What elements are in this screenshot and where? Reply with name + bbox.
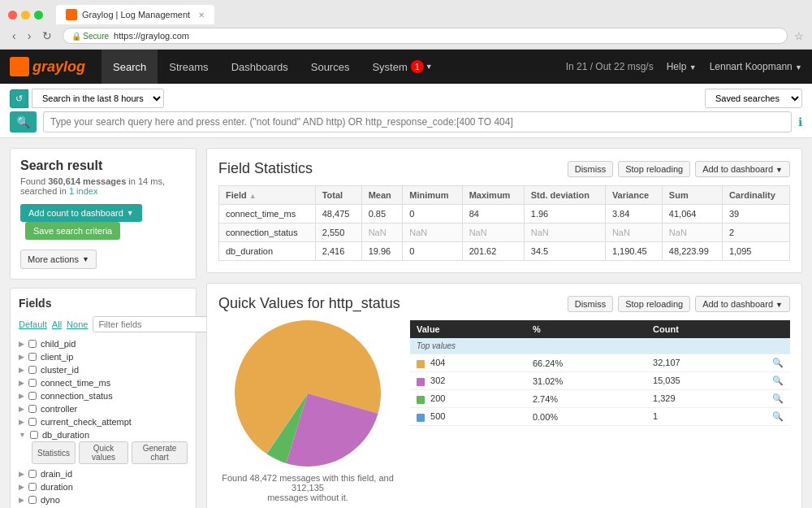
expand-icon[interactable]: ▶ <box>19 496 24 504</box>
field-checkbox[interactable] <box>28 366 37 374</box>
back-button[interactable]: ‹ <box>8 28 20 44</box>
system-badge: 1 <box>411 60 424 73</box>
fields-tab-none[interactable]: None <box>67 319 88 329</box>
qv-col-count[interactable]: Count <box>646 320 790 338</box>
refresh-button[interactable]: ↻ <box>38 28 56 44</box>
field-checkbox[interactable] <box>28 483 37 491</box>
nav-item-streams[interactable]: Streams <box>158 50 219 84</box>
expand-icon[interactable]: ▶ <box>19 483 24 491</box>
field-checkbox[interactable] <box>28 392 37 400</box>
field-checkbox[interactable] <box>28 418 37 426</box>
search-value-icon[interactable]: 🔍 <box>772 358 784 368</box>
index-link[interactable]: 1 index <box>69 186 97 196</box>
fields-filter-input[interactable] <box>93 316 216 332</box>
add-count-button[interactable]: Add count to dashboard ▼ <box>20 204 142 222</box>
expand-icon[interactable]: ▶ <box>19 379 24 387</box>
col-sum[interactable]: Sum <box>662 186 722 205</box>
field-name-connection-status[interactable]: connection_status <box>41 391 113 401</box>
field-checkbox[interactable] <box>28 496 37 504</box>
minimize-dot[interactable] <box>21 11 30 20</box>
expand-icon[interactable]: ▼ <box>19 431 26 439</box>
nav-item-dashboards[interactable]: Dashboards <box>220 50 300 84</box>
col-maximum[interactable]: Maximum <box>462 186 524 205</box>
nav-item-search[interactable]: Search <box>102 50 158 84</box>
search-type-button[interactable]: ↺ <box>10 89 28 108</box>
address-bar[interactable]: 🔒 Secure https://graylog.com <box>63 28 788 44</box>
field-checkbox[interactable] <box>28 340 37 348</box>
search-input[interactable] <box>43 111 792 132</box>
qv-dismiss-button[interactable]: Dismiss <box>568 296 614 312</box>
col-total[interactable]: Total <box>315 186 361 205</box>
field-checkbox[interactable] <box>30 431 38 439</box>
field-name-drain-id[interactable]: drain_id <box>41 469 72 479</box>
browser-chrome: Graylog | Log Management ✕ ‹ › ↻ 🔒 Secur… <box>0 0 812 50</box>
search-value-icon[interactable]: 🔍 <box>772 411 784 422</box>
list-item: ▶ dyno <box>19 493 188 506</box>
field-name-current-check[interactable]: current_check_attempt <box>41 417 132 427</box>
field-checkbox[interactable] <box>28 379 37 387</box>
expand-icon[interactable]: ▶ <box>19 405 24 413</box>
field-name-dyno[interactable]: dyno <box>41 495 60 505</box>
qv-stop-reloading-button[interactable]: Stop reloading <box>618 296 690 312</box>
tab-close-icon[interactable]: ✕ <box>198 11 205 20</box>
list-item: ▶ controller <box>19 402 188 415</box>
add-to-dashboard-button[interactable]: Add to dashboard ▼ <box>695 161 790 177</box>
field-checkbox[interactable] <box>28 353 37 361</box>
field-name-duration[interactable]: duration <box>41 482 73 492</box>
generate-chart-button[interactable]: Generate chart <box>132 441 188 464</box>
expand-icon[interactable]: ▶ <box>19 418 24 426</box>
qv-cell-count: 32,107 🔍 <box>646 354 790 372</box>
save-search-button[interactable]: Save search criteria <box>25 222 120 240</box>
close-dot[interactable] <box>8 11 17 20</box>
field-checkbox[interactable] <box>28 470 37 478</box>
nav-item-system[interactable]: System 1 ▼ <box>361 50 443 84</box>
qv-col-value[interactable]: Value <box>410 320 526 338</box>
saved-searches-dropdown[interactable]: Saved searches <box>705 89 802 108</box>
user-menu[interactable]: Lennart Koopmann ▼ <box>710 61 802 72</box>
fields-tab-default[interactable]: Default <box>19 319 47 329</box>
search-submit-button[interactable]: 🔍 <box>10 111 37 132</box>
maximize-dot[interactable] <box>34 11 43 20</box>
qv-widget-actions: Dismiss Stop reloading Add to dashboard … <box>568 296 790 312</box>
time-range-dropdown[interactable]: Search in the last 8 hours <box>32 89 164 108</box>
col-std-dev[interactable]: Std. deviation <box>524 186 605 205</box>
expand-icon[interactable]: ▶ <box>19 366 24 374</box>
more-actions-button[interactable]: More actions ▼ <box>20 250 97 269</box>
qv-add-to-dashboard-button[interactable]: Add to dashboard ▼ <box>695 296 790 312</box>
stop-reloading-button[interactable]: Stop reloading <box>618 161 690 177</box>
col-field[interactable]: Field ▲ <box>219 186 316 205</box>
fields-tab-all[interactable]: All <box>52 319 62 329</box>
dismiss-button[interactable]: Dismiss <box>568 161 614 177</box>
qv-table-wrapper: Value % Count Top values <box>410 320 790 426</box>
search-value-icon[interactable]: 🔍 <box>772 393 784 404</box>
cell-var: 1,190.45 <box>605 242 662 261</box>
expand-icon[interactable]: ▶ <box>19 340 24 348</box>
statistics-button[interactable]: Statistics <box>32 441 76 464</box>
expand-icon[interactable]: ▶ <box>19 353 24 361</box>
list-item: ▶ child_pid <box>19 337 188 350</box>
col-mean[interactable]: Mean <box>361 186 403 205</box>
cell-std: 34.5 <box>524 242 605 261</box>
field-checkbox[interactable] <box>28 405 37 413</box>
quick-values-button[interactable]: Quick values <box>79 441 128 464</box>
field-name-db-duration[interactable]: db_duration <box>42 430 89 440</box>
field-name-client-ip[interactable]: client_ip <box>41 352 73 362</box>
help-link[interactable]: Help ▼ <box>667 61 697 72</box>
expand-icon[interactable]: ▶ <box>19 470 24 478</box>
field-name-child-pid[interactable]: child_pid <box>41 339 76 349</box>
field-name-connect-time[interactable]: connect_time_ms <box>41 378 110 388</box>
nav-item-sources[interactable]: Sources <box>300 50 361 84</box>
forward-button[interactable]: › <box>24 28 36 44</box>
cell-min: 0 <box>403 205 462 224</box>
search-result-actions: Add count to dashboard ▼ Save search cri… <box>20 204 186 240</box>
cell-total: 48,475 <box>315 205 361 224</box>
col-variance[interactable]: Variance <box>605 186 662 205</box>
col-minimum[interactable]: Minimum <box>403 186 462 205</box>
search-value-icon[interactable]: 🔍 <box>772 376 784 386</box>
col-cardinality[interactable]: Cardinality <box>722 186 789 205</box>
qv-col-percent[interactable]: % <box>526 320 646 338</box>
browser-tab[interactable]: Graylog | Log Management ✕ <box>56 5 214 24</box>
field-name-cluster-id[interactable]: cluster_id <box>41 365 79 375</box>
field-name-controller[interactable]: controller <box>41 404 77 414</box>
expand-icon[interactable]: ▶ <box>19 392 24 400</box>
